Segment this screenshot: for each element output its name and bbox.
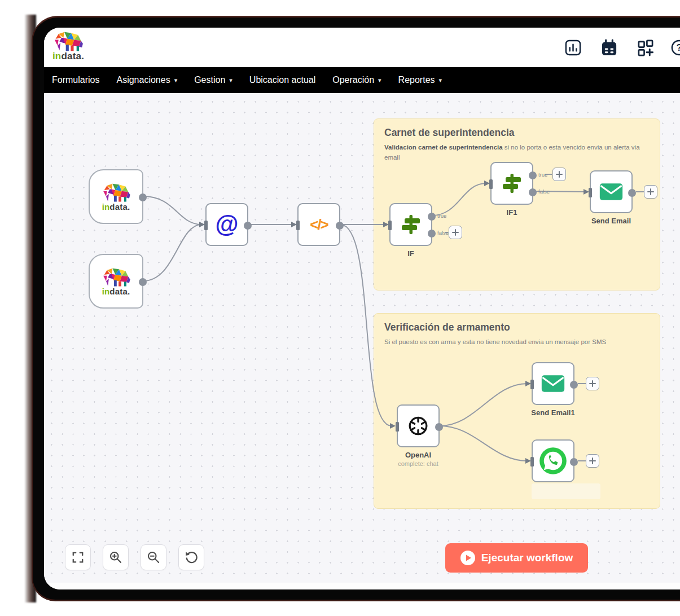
node-label-if: IF (366, 249, 456, 258)
sticky-body: Si el puesto es con arma y esta no tiene… (384, 337, 650, 347)
zoom-out-icon (147, 551, 160, 564)
node-email-read[interactable]: @ (205, 203, 248, 246)
output-port[interactable] (435, 423, 443, 431)
node-label-if1: IF1 (467, 208, 557, 217)
input-port[interactable] (589, 188, 592, 197)
brand-wordmark: indata. (49, 51, 88, 61)
calendar-icon[interactable] (600, 39, 618, 56)
node-openai[interactable] (397, 404, 440, 447)
undo-rotate-icon (185, 551, 198, 564)
zoom-in-icon (109, 551, 122, 564)
plus-icon (589, 380, 596, 387)
envelope-icon (599, 182, 624, 201)
sticky-body: Validacion carnet de superintendencia si… (384, 143, 650, 163)
node-label-openai: OpenAI (373, 451, 463, 459)
port-label-true: true (437, 213, 446, 219)
input-port[interactable] (396, 422, 399, 432)
node-if[interactable] (389, 203, 432, 246)
nav-item-gestion[interactable]: Gestion▾ (194, 75, 232, 85)
node-indata-trigger-1[interactable]: indata. (89, 169, 143, 224)
node-label-placeholder (532, 483, 600, 499)
add-node-button[interactable] (552, 168, 566, 181)
plus-icon (647, 188, 654, 195)
output-port[interactable] (570, 458, 578, 466)
nav-item-operacion[interactable]: Operación▾ (332, 75, 381, 85)
input-port[interactable] (296, 221, 300, 230)
output-port[interactable] (139, 278, 147, 286)
output-port-true[interactable] (529, 171, 537, 179)
output-port[interactable] (336, 222, 344, 230)
plus-icon (452, 229, 459, 236)
elephant-logo-icon (100, 183, 132, 203)
chevron-down-icon: ▾ (378, 77, 381, 84)
sticky-title: Verificación de armamento (384, 322, 650, 333)
input-port[interactable] (530, 457, 534, 467)
trigger-wordmark: indata. (102, 203, 130, 211)
node-label-send-email1: Send Email1 (508, 408, 598, 417)
input-port[interactable] (530, 380, 534, 389)
port-label-true: true (538, 171, 547, 178)
plus-icon (556, 171, 563, 178)
reset-view-button[interactable] (178, 544, 204, 570)
input-port[interactable] (489, 179, 493, 189)
whatsapp-icon (538, 446, 568, 476)
chevron-down-icon: ▾ (174, 77, 178, 84)
chevron-down-icon: ▾ (229, 77, 232, 84)
output-port[interactable] (570, 381, 578, 389)
apps-add-icon[interactable] (637, 39, 654, 56)
device-frame: indata. ? (32, 16, 680, 601)
output-port[interactable] (244, 222, 252, 230)
plus-icon (589, 457, 596, 464)
trigger-wordmark: indata. (102, 287, 130, 296)
nav-item-asignaciones[interactable]: Asignaciones▾ (116, 75, 177, 85)
analytics-icon[interactable] (564, 39, 582, 56)
signpost-icon (399, 213, 423, 236)
elephant-logo-icon (100, 267, 132, 288)
port-label-false: false (437, 230, 449, 236)
node-code[interactable]: </> (297, 203, 340, 246)
svg-text:?: ? (676, 42, 680, 52)
openai-icon (406, 413, 431, 438)
sticky-title: Carnet de superintendencia (384, 127, 650, 139)
app-header: indata. ? (44, 28, 680, 67)
node-if1[interactable] (490, 162, 533, 205)
play-icon (460, 551, 475, 565)
node-indata-trigger-2[interactable]: indata. (89, 254, 143, 309)
node-send-email1[interactable] (532, 362, 574, 405)
output-port-false[interactable] (529, 188, 537, 196)
code-icon: </> (310, 216, 328, 234)
signpost-icon (500, 171, 524, 195)
add-node-button[interactable] (644, 185, 657, 199)
output-port-true[interactable] (428, 213, 436, 221)
input-port[interactable] (388, 221, 392, 230)
fit-view-icon (71, 551, 85, 564)
chevron-down-icon: ▾ (439, 77, 442, 84)
output-port-false[interactable] (428, 230, 436, 237)
output-port[interactable] (628, 189, 636, 197)
output-port[interactable] (139, 193, 147, 201)
elephant-logo-icon (52, 31, 85, 52)
workflow-canvas[interactable]: Carnet de superintendencia Validacion ca… (44, 93, 680, 583)
add-node-button[interactable] (586, 377, 599, 390)
node-label-send-email: Send Email (566, 217, 656, 225)
nav-item-formularios[interactable]: Formularios (52, 75, 99, 85)
zoom-in-button[interactable] (103, 544, 129, 570)
node-sublabel-openai: complete: chat (373, 460, 463, 467)
help-icon[interactable]: ? (670, 39, 680, 56)
nav-item-reportes[interactable]: Reportes▾ (398, 75, 442, 85)
add-node-button[interactable] (449, 226, 462, 239)
nav-item-ubicacion-actual[interactable]: Ubicacion actual (249, 75, 315, 85)
envelope-icon (541, 374, 565, 393)
brand-logo: indata. (49, 31, 88, 61)
screen-bottom-strip (44, 583, 680, 589)
zoom-out-button[interactable] (141, 544, 166, 570)
node-whatsapp[interactable] (532, 439, 574, 482)
port-label-false: false (538, 188, 550, 195)
node-send-email[interactable] (590, 170, 633, 213)
add-node-button[interactable] (586, 454, 599, 468)
run-workflow-button[interactable]: Ejecutar workflow (445, 543, 588, 573)
app-screen: indata. ? (44, 28, 680, 589)
at-sign-icon: @ (216, 213, 239, 236)
input-port[interactable] (204, 221, 208, 230)
zoom-to-fit-button[interactable] (65, 544, 91, 570)
